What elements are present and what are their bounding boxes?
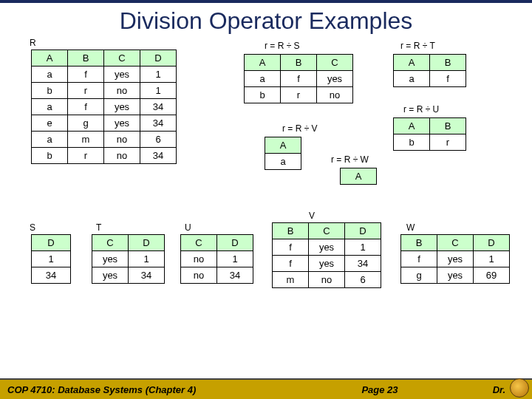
td: b xyxy=(32,148,68,164)
td: b xyxy=(245,87,281,103)
td: yes xyxy=(104,115,140,132)
label-T: T xyxy=(96,222,101,233)
td: yes xyxy=(309,256,345,272)
td: r xyxy=(68,83,104,99)
td: 6 xyxy=(345,272,381,288)
page-title: Division Operator Examples xyxy=(0,7,532,35)
td: yes xyxy=(92,267,129,284)
td: a xyxy=(245,71,281,87)
td: yes xyxy=(317,71,353,87)
th: B xyxy=(430,118,466,134)
th: A xyxy=(265,137,301,154)
th: C xyxy=(181,235,217,251)
td: 34 xyxy=(217,267,253,284)
td: 34 xyxy=(129,267,165,284)
th: D xyxy=(345,223,381,239)
th: C xyxy=(309,223,345,239)
th: B xyxy=(430,55,466,71)
td: no xyxy=(104,132,140,148)
table-RT: AB af xyxy=(393,54,466,87)
td: no xyxy=(309,272,345,288)
th: B xyxy=(273,223,309,239)
table-RU: AB br xyxy=(393,117,466,151)
th: A xyxy=(245,55,281,71)
th: D xyxy=(32,235,71,251)
th: C xyxy=(437,235,474,251)
table-T: CD yes1 yes34 xyxy=(92,234,165,284)
th: C xyxy=(317,55,353,71)
table-RW: A xyxy=(340,168,377,185)
eq-RW: r = R ÷ W xyxy=(331,154,369,165)
td: 1 xyxy=(140,66,177,83)
th: C xyxy=(104,50,140,66)
td: 34 xyxy=(345,256,381,272)
td: a xyxy=(32,66,68,83)
td: 6 xyxy=(140,132,177,148)
td: 1 xyxy=(32,251,71,267)
td: yes xyxy=(437,251,474,267)
label-V: V xyxy=(309,211,315,221)
td: r xyxy=(430,134,466,151)
th: D xyxy=(474,235,510,251)
th: B xyxy=(68,50,104,66)
td: 1 xyxy=(345,239,381,256)
table-R: ABCD afyes1 brno1 afyes34 egyes34 amno6 … xyxy=(31,50,177,164)
th: A xyxy=(394,118,430,134)
table-RS: ABC afyes brno xyxy=(244,54,353,103)
th: A xyxy=(341,168,377,185)
td: m xyxy=(273,272,309,288)
th: A xyxy=(32,50,68,66)
th: D xyxy=(217,235,253,251)
td: r xyxy=(281,87,317,103)
top-border xyxy=(0,0,532,3)
td: 34 xyxy=(32,267,71,284)
eq-RU: r = R ÷ U xyxy=(403,104,439,115)
slide-body: R ABCD afyes1 brno1 afyes34 egyes34 amno… xyxy=(0,38,532,385)
table-RV: A a xyxy=(265,137,301,170)
table-V: BCD fyes1 fyes34 mno6 xyxy=(272,222,381,288)
logo-icon xyxy=(510,378,529,398)
td: no xyxy=(104,148,140,164)
td: f xyxy=(273,256,309,272)
td: e xyxy=(32,115,68,132)
td: a xyxy=(265,154,301,170)
table-U: CD no1 no34 xyxy=(180,234,253,284)
td: no xyxy=(181,267,217,284)
label-W: W xyxy=(406,222,415,233)
label-S: S xyxy=(30,222,35,233)
footer-course: COP 4710: Database Systems (Chapter 4) xyxy=(0,384,328,395)
eq-RS: r = R ÷ S xyxy=(265,41,300,51)
table-W: BCD fyes1 gyes69 xyxy=(400,234,510,284)
footer-page: Page 23 xyxy=(328,384,432,395)
th: D xyxy=(129,235,165,251)
td: no xyxy=(181,251,217,267)
td: f xyxy=(430,71,466,87)
td: yes xyxy=(309,239,345,256)
td: f xyxy=(68,66,104,83)
td: r xyxy=(68,148,104,164)
td: f xyxy=(281,71,317,87)
td: 34 xyxy=(140,99,177,115)
td: 1 xyxy=(474,251,510,267)
th: D xyxy=(140,50,177,66)
td: yes xyxy=(92,251,129,267)
td: yes xyxy=(104,99,140,115)
td: b xyxy=(394,134,430,151)
table-S: D 1 34 xyxy=(31,234,71,284)
td: f xyxy=(273,239,309,256)
td: m xyxy=(68,132,104,148)
td: a xyxy=(32,99,68,115)
td: g xyxy=(68,115,104,132)
td: 1 xyxy=(140,83,177,99)
td: no xyxy=(317,87,353,103)
td: b xyxy=(32,83,68,99)
td: f xyxy=(68,99,104,115)
th: B xyxy=(281,55,317,71)
eq-RV: r = R ÷ V xyxy=(282,123,318,134)
th: A xyxy=(394,55,430,71)
td: f xyxy=(401,251,437,267)
td: no xyxy=(104,83,140,99)
eq-RT: r = R ÷ T xyxy=(400,41,435,51)
td: 1 xyxy=(129,251,165,267)
td: 34 xyxy=(140,148,177,164)
